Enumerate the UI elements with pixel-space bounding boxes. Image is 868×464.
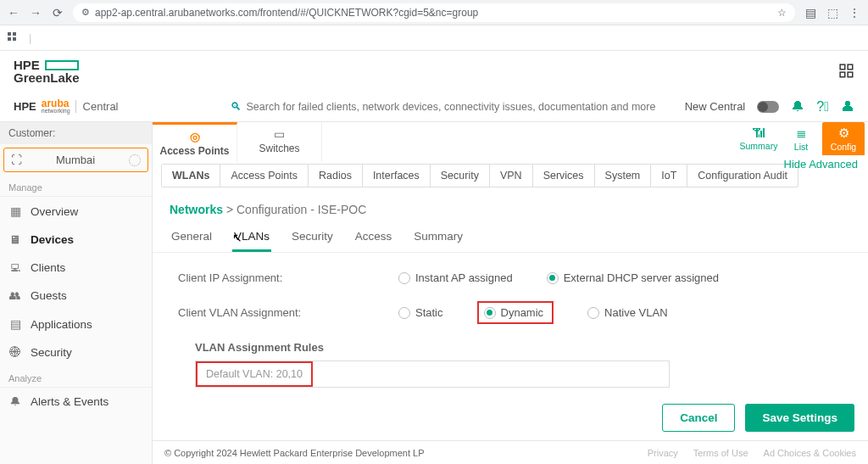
switch-icon: ▭ (237, 127, 321, 141)
ctab-summary[interactable]: Summary (412, 230, 465, 252)
tab-access-points[interactable]: ◎Access Points (153, 122, 237, 162)
puzzle-icon[interactable]: ⬚ (826, 6, 839, 20)
clients-icon: 💻︎ (8, 261, 22, 274)
footer-terms[interactable]: Terms of Use (693, 448, 748, 458)
subtab-access-points[interactable]: Access Points (220, 165, 309, 187)
analyze-section-label: Analyze (0, 366, 152, 388)
sidebar-item-label: Applications (31, 318, 92, 331)
ctab-general[interactable]: General (170, 230, 214, 252)
cancel-button[interactable]: Cancel (662, 404, 735, 432)
bookmark-icon[interactable]: ☆ (777, 7, 787, 19)
hpe-greenlake-logo[interactable]: HPE GreenLake (14, 59, 80, 84)
view-config[interactable]: ⚙Config (822, 122, 865, 155)
hide-advanced-link[interactable]: Hide Advanced (784, 158, 858, 171)
new-central-label: New Central (685, 100, 746, 113)
sidebar-item-guests[interactable]: 👥︎Guests (0, 282, 152, 310)
subtab-interfaces[interactable]: Interfaces (363, 165, 431, 187)
footer-adchoices[interactable]: Ad Choices & Cookies (764, 448, 856, 458)
device-type-tabs: ◎Access Points ▭Switches (153, 122, 322, 162)
client-vlan-label: Client VLAN Assignment: (178, 306, 381, 319)
left-sidebar: Customer: ⛶ Mumbai Manage ▦Overview 🖥︎De… (0, 122, 153, 464)
new-central-toggle[interactable] (757, 101, 779, 113)
view-label: Summary (740, 141, 778, 151)
bell-icon[interactable]: 🔔︎ (791, 99, 804, 115)
subtab-radios[interactable]: Radios (309, 165, 363, 187)
ctab-security[interactable]: Security (290, 230, 335, 252)
browser-toolbar: ← → ⟳ ⚙ app2-ap.central.arubanetworks.co… (0, 0, 868, 25)
hpe-header: HPE GreenLake (0, 51, 868, 92)
subtab-wlans[interactable]: WLANs (162, 165, 220, 187)
radio-icon (484, 307, 496, 319)
radio-label: Native VLAN (604, 306, 667, 319)
radio-external-dhcp[interactable]: External DHCP server assigned (547, 271, 719, 284)
save-settings-button[interactable]: Save Settings (745, 404, 854, 432)
svg-rect-3 (13, 37, 16, 41)
footer-bar: © Copyright 2024 Hewlett Packard Enterpr… (153, 440, 868, 464)
url-bar[interactable]: ⚙ app2-ap.central.arubanetworks.com/fron… (73, 3, 795, 22)
sidebar-item-overview[interactable]: ▦Overview (0, 197, 152, 226)
breadcrumb-networks[interactable]: Networks (170, 203, 223, 216)
security-icon: 🌐︎ (8, 346, 22, 359)
radio-static[interactable]: Static (398, 306, 443, 319)
user-icon[interactable]: 👤︎ (841, 99, 854, 115)
subtab-iot[interactable]: IoT (651, 165, 687, 187)
subtab-services[interactable]: Services (533, 165, 595, 187)
radio-label: External DHCP server assigned (564, 271, 719, 284)
apps-icon[interactable] (7, 31, 20, 45)
forward-icon[interactable]: → (29, 6, 42, 20)
back-icon[interactable]: ← (7, 6, 20, 20)
location-name: Mumbai (31, 154, 120, 166)
aruba-central-logo[interactable]: HPE aruba networking Central (14, 99, 119, 114)
subtab-security[interactable]: Security (431, 165, 490, 187)
sidebar-item-security[interactable]: 🌐︎Security (0, 338, 152, 366)
global-search[interactable]: 🔍︎ (231, 100, 665, 113)
manage-section-label: Manage (0, 176, 152, 197)
site-info-icon[interactable]: ⚙ (81, 7, 90, 18)
footer-privacy[interactable]: Privacy (648, 448, 678, 458)
radio-iap-assigned[interactable]: Instant AP assigned (398, 271, 513, 284)
ap-icon: ◎ (153, 130, 236, 143)
sidebar-item-label: Security (31, 346, 72, 359)
app-launcher-icon[interactable] (839, 64, 854, 79)
ctab-vlans[interactable]: VLANs (232, 230, 271, 252)
default-vlan-value[interactable]: Default VLAN: 20,10 (196, 361, 313, 387)
subtab-config-audit[interactable]: Configuration Audit (687, 165, 798, 187)
location-selector[interactable]: ⛶ Mumbai (3, 148, 148, 172)
devices-icon: 🖥︎ (8, 233, 22, 246)
subtab-system[interactable]: System (595, 165, 652, 187)
radio-native-vlan[interactable]: Native VLAN (587, 306, 667, 319)
search-input[interactable] (247, 101, 665, 113)
config-subtabs: WLANs Access Points Radios Interfaces Se… (161, 164, 798, 187)
hpe-text: HPE (14, 59, 40, 71)
sidebar-item-label: Clients (31, 261, 65, 274)
view-label: Config (831, 142, 856, 152)
reload-icon[interactable]: ⟳ (51, 6, 64, 20)
copyright-text: © Copyright 2024 Hewlett Packard Enterpr… (164, 448, 424, 458)
sidebar-item-clients[interactable]: 💻︎Clients (0, 254, 152, 282)
search-icon: 🔍︎ (231, 100, 242, 113)
tab-switches[interactable]: ▭Switches (237, 122, 322, 162)
vlan-rules-section: VLAN Assignment Rules Default VLAN: 20,1… (178, 333, 843, 388)
client-ip-label: Client IP Assignment: (178, 271, 381, 284)
subtab-vpn[interactable]: VPN (490, 165, 533, 187)
ctab-access[interactable]: Access (353, 230, 394, 252)
radio-icon (398, 307, 410, 319)
radio-icon (398, 272, 410, 284)
customer-label: Customer: (0, 122, 152, 144)
radio-dynamic[interactable]: Dynamic (477, 301, 554, 324)
svg-rect-1 (13, 32, 16, 36)
view-list[interactable]: ≣List (780, 122, 822, 155)
menu-icon[interactable]: ⋮ (848, 6, 861, 20)
sidebar-item-alerts[interactable]: 🔔︎Alerts & Events (0, 388, 152, 416)
extension-icon[interactable]: ▤ (804, 6, 817, 20)
applications-icon: ▤ (8, 317, 22, 331)
view-summary[interactable]: 📶︎Summary (737, 122, 780, 154)
sidebar-item-applications[interactable]: ▤Applications (0, 310, 152, 338)
sidebar-item-label: Guests (31, 289, 67, 302)
bookmarks-bar: | (0, 25, 868, 51)
svg-rect-4 (840, 64, 845, 70)
breadcrumb-current: Configuration - ISE-POC (236, 203, 366, 216)
help-icon[interactable]: ?⃝ (816, 99, 829, 115)
sidebar-item-devices[interactable]: 🖥︎Devices (0, 226, 152, 254)
summary-icon: 📶︎ (737, 126, 780, 140)
